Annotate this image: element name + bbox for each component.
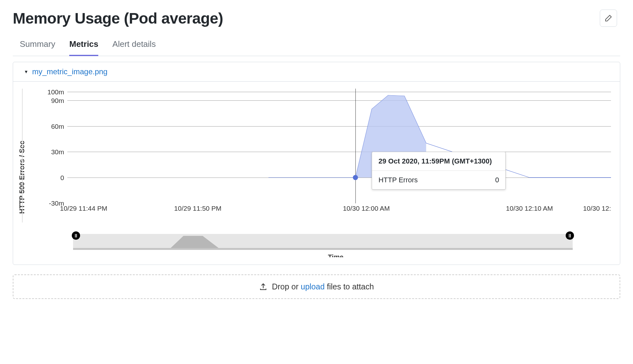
hover-point	[353, 175, 358, 180]
pencil-icon	[605, 14, 612, 22]
tab-metrics[interactable]: Metrics	[69, 39, 98, 56]
attachment-panel: ▼ my_metric_image.png HTTP 500 Errors / …	[13, 62, 620, 265]
slider-handle-left[interactable]	[72, 231, 80, 240]
y-tick: 0	[45, 174, 64, 182]
chart-svg	[67, 92, 611, 203]
upload-dropzone[interactable]: Drop or upload files to attach	[13, 274, 620, 299]
upload-link[interactable]: upload	[301, 282, 324, 291]
attachment-header[interactable]: ▼ my_metric_image.png	[13, 62, 620, 82]
x-tick: 10/29 11:44 PM	[60, 205, 107, 212]
y-tick: 30m	[45, 148, 64, 156]
hover-vertical-line	[355, 89, 356, 203]
y-tick: 90m	[45, 97, 64, 105]
chart-tooltip: 29 Oct 2020, 11:59PM (GMT+1300) HTTP Err…	[372, 152, 506, 190]
chart-container: HTTP 500 Errors / Sec 100m 90m 60m 30m 0…	[13, 82, 620, 265]
x-tick: 10/30 12:10 AM	[506, 205, 553, 212]
slider-handle-right[interactable]	[566, 231, 574, 240]
tab-alert-details[interactable]: Alert details	[112, 39, 156, 56]
upload-icon	[259, 283, 267, 291]
tab-summary[interactable]: Summary	[20, 39, 55, 56]
x-tick: 10/30 12:00 AM	[343, 205, 390, 212]
chevron-down-icon: ▼	[24, 69, 28, 74]
plot-area[interactable]: 100m 90m 60m 30m 0 -30m 10/29 11:44 PM 1…	[67, 92, 611, 203]
y-tick: 100m	[45, 88, 64, 96]
tooltip-value: 0	[495, 176, 499, 184]
attachment-filename[interactable]: my_metric_image.png	[32, 67, 108, 76]
x-axis-label: Time	[60, 253, 611, 261]
x-tick: 10/29 11:50 PM	[174, 205, 221, 212]
slider-overview-shape	[158, 234, 222, 248]
dropzone-text-suffix: files to attach	[325, 282, 374, 291]
chart-canvas: 100m 90m 60m 30m 0 -30m 10/29 11:44 PM 1…	[22, 89, 611, 222]
tooltip-timestamp: 29 Oct 2020, 11:59PM (GMT+1300)	[372, 152, 505, 171]
tooltip-series-name: HTTP Errors	[378, 176, 418, 184]
x-tick: 10/30 12:	[583, 205, 611, 212]
edit-button[interactable]	[600, 10, 617, 27]
tabs: Summary Metrics Alert details	[13, 39, 620, 56]
timeline-slider[interactable]	[73, 234, 573, 250]
page-title: Memory Usage (Pod average)	[13, 10, 223, 27]
dropzone-text-prefix: Drop or	[272, 282, 301, 291]
y-tick: 60m	[45, 123, 64, 130]
